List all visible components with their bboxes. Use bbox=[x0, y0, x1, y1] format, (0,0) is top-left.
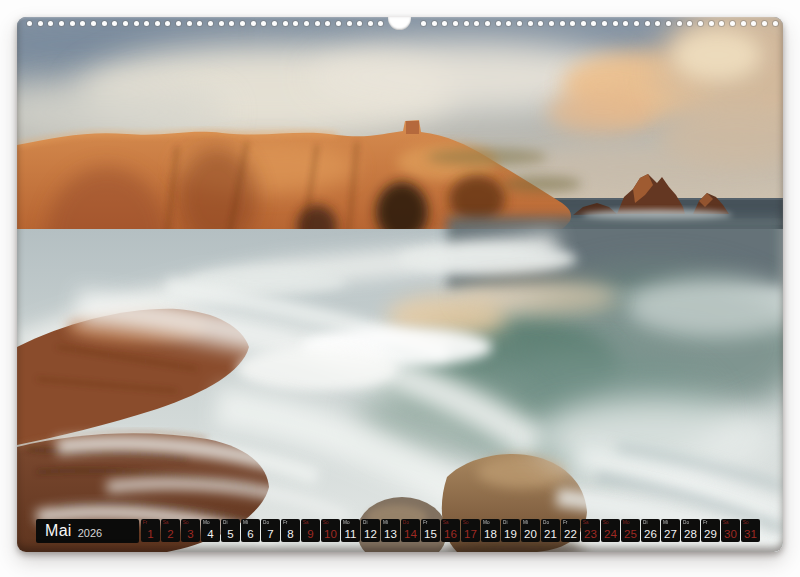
weekday-abbr: Do bbox=[403, 520, 409, 525]
binding-hole bbox=[421, 21, 426, 26]
binding-hole bbox=[283, 21, 288, 26]
binding-hole bbox=[666, 21, 671, 26]
coastal-seascape-photo bbox=[17, 17, 783, 552]
weekday-abbr: Mi bbox=[523, 520, 528, 525]
binding-hole bbox=[293, 21, 298, 26]
binding-hole bbox=[197, 21, 202, 26]
binding-hole bbox=[304, 21, 309, 26]
day-number: 28 bbox=[681, 528, 700, 540]
binding-hole bbox=[48, 21, 53, 26]
binding-hole bbox=[38, 21, 43, 26]
binding-hole bbox=[687, 21, 692, 26]
day-cell-22: Fr22 bbox=[561, 519, 580, 542]
binding-hole bbox=[730, 21, 735, 26]
weekday-abbr: Mo bbox=[483, 520, 490, 525]
binding-hole bbox=[357, 21, 362, 26]
weekday-abbr: Sa bbox=[303, 520, 309, 525]
binding-hole bbox=[315, 21, 320, 26]
weekday-abbr: Fr bbox=[563, 520, 567, 525]
binding-hole bbox=[325, 21, 330, 26]
product-backdrop: Mai 2026 Fr1Sa2So3Mo4Di5Mi6Do7Fr8Sa9So10… bbox=[0, 0, 800, 577]
binding-hole bbox=[70, 21, 75, 26]
day-number: 31 bbox=[741, 528, 760, 540]
day-number: 29 bbox=[701, 528, 720, 540]
day-number: 25 bbox=[621, 528, 640, 540]
binding-hole bbox=[549, 21, 554, 26]
day-number: 17 bbox=[461, 528, 480, 540]
binding-hole bbox=[229, 21, 234, 26]
weekday-abbr: Do bbox=[263, 520, 269, 525]
binding-hole bbox=[506, 21, 511, 26]
binding-hole bbox=[80, 21, 85, 26]
binding-hole bbox=[762, 21, 767, 26]
day-number: 6 bbox=[241, 528, 260, 540]
binding-hole bbox=[336, 21, 341, 26]
binding-hole bbox=[517, 21, 522, 26]
day-cell-7: Do7 bbox=[261, 519, 280, 542]
binding-hole bbox=[634, 21, 639, 26]
day-cell-23: Sa23 bbox=[581, 519, 600, 542]
binding-hole bbox=[591, 21, 596, 26]
weekday-abbr: So bbox=[463, 520, 469, 525]
binding-hole bbox=[347, 21, 352, 26]
day-cell-17: So17 bbox=[461, 519, 480, 542]
day-number: 27 bbox=[661, 528, 680, 540]
binding-hole bbox=[176, 21, 181, 26]
day-cell-18: Mo18 bbox=[481, 519, 500, 542]
weekday-abbr: Sa bbox=[583, 520, 589, 525]
binding-hole bbox=[165, 21, 170, 26]
weekday-abbr: Fr bbox=[423, 520, 427, 525]
weekday-abbr: Mo bbox=[623, 520, 630, 525]
day-cell-19: Di19 bbox=[501, 519, 520, 542]
calendar-strip: Mai 2026 Fr1Sa2So3Mo4Di5Mi6Do7Fr8Sa9So10… bbox=[17, 519, 783, 543]
day-cell-20: Mi20 bbox=[521, 519, 540, 542]
binding-hole bbox=[741, 21, 746, 26]
day-cell-26: Di26 bbox=[641, 519, 660, 542]
day-number: 23 bbox=[581, 528, 600, 540]
month-name: Mai bbox=[45, 522, 72, 540]
binding-hole bbox=[496, 21, 501, 26]
binding-hole bbox=[528, 21, 533, 26]
binding-hole bbox=[219, 21, 224, 26]
day-number: 21 bbox=[541, 528, 560, 540]
weekday-abbr: Di bbox=[503, 520, 507, 525]
day-cell-28: Do28 bbox=[681, 519, 700, 542]
day-cell-13: Mi13 bbox=[381, 519, 400, 542]
binding-hole bbox=[751, 21, 756, 26]
weekday-abbr: Mi bbox=[383, 520, 388, 525]
binding-hole bbox=[464, 21, 469, 26]
binding-hole bbox=[144, 21, 149, 26]
binding-hole bbox=[655, 21, 660, 26]
weekday-abbr: So bbox=[743, 520, 749, 525]
weekday-abbr: Sa bbox=[723, 520, 729, 525]
weekday-abbr: Mi bbox=[243, 520, 248, 525]
day-cell-29: Fr29 bbox=[701, 519, 720, 542]
binding-hole bbox=[368, 21, 373, 26]
day-cell-11: Mo11 bbox=[341, 519, 360, 542]
weekday-abbr: So bbox=[603, 520, 609, 525]
binding-hole bbox=[261, 21, 266, 26]
weekday-abbr: Sa bbox=[163, 520, 169, 525]
weekday-abbr: Fr bbox=[703, 520, 707, 525]
binding-hole bbox=[187, 21, 192, 26]
weekday-abbr: So bbox=[323, 520, 329, 525]
binding-hole bbox=[719, 21, 724, 26]
day-cell-24: So24 bbox=[601, 519, 620, 542]
binding-hole bbox=[560, 21, 565, 26]
day-cell-9: Sa9 bbox=[301, 519, 320, 542]
day-cell-2: Sa2 bbox=[161, 519, 180, 542]
binding-hole bbox=[698, 21, 703, 26]
weekday-abbr: Fr bbox=[283, 520, 287, 525]
day-number: 16 bbox=[441, 528, 460, 540]
binding-hole bbox=[602, 21, 607, 26]
binding-hole bbox=[570, 21, 575, 26]
day-number: 8 bbox=[281, 528, 300, 540]
binding-hole bbox=[474, 21, 479, 26]
day-cell-14: Do14 bbox=[401, 519, 420, 542]
day-cell-8: Fr8 bbox=[281, 519, 300, 542]
day-number: 4 bbox=[201, 528, 220, 540]
binding-hole bbox=[102, 21, 107, 26]
binding-hole bbox=[378, 21, 383, 26]
day-cell-25: Mo25 bbox=[621, 519, 640, 542]
day-cell-1: Fr1 bbox=[141, 519, 160, 542]
